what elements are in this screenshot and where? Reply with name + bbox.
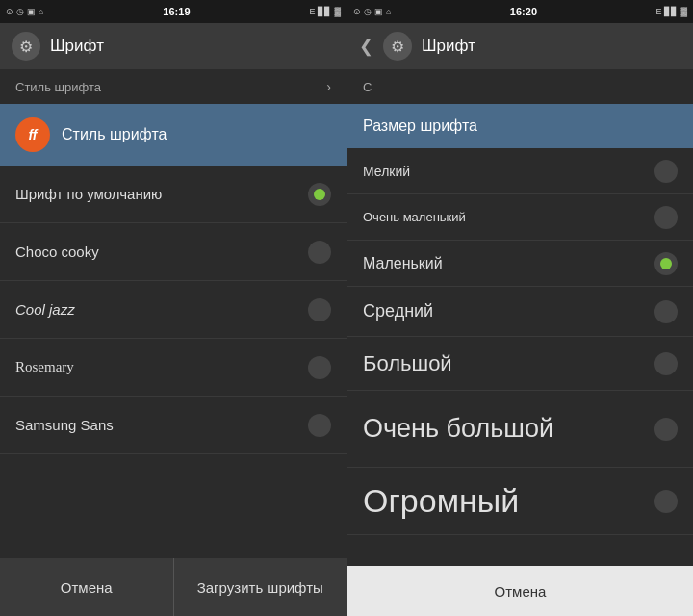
signal-icon: E (309, 7, 315, 16)
alarm-icon-r: ◷ (364, 7, 372, 16)
size-label-xlarge: Очень большой (363, 413, 553, 444)
load-fonts-button[interactable]: Загрузить шрифты (174, 558, 347, 616)
radio-small[interactable] (654, 160, 678, 183)
ff-icon: ff (15, 117, 50, 152)
left-status-icons-right: ⊙ ◷ ▣ ⌂ (353, 7, 391, 16)
gear-icon-left: ⚙ (12, 32, 40, 61)
screenshot-icon-r: ▣ (374, 7, 383, 16)
radio-vsmall[interactable] (654, 206, 678, 229)
gear-icon-right: ⚙ (383, 32, 412, 61)
subtitle-bar-right[interactable]: С (347, 69, 693, 104)
status-time-left: 16:19 (163, 6, 190, 17)
title-left: Шрифт (50, 37, 104, 56)
font-item-choco[interactable]: Choco cooky (0, 223, 346, 281)
font-label-rosemary: Rosemary (15, 359, 74, 375)
radio-large[interactable] (654, 352, 678, 375)
bottom-buttons-left: Отмена Загрузить шрифты (0, 558, 346, 616)
font-item-rosemary[interactable]: Rosemary (0, 339, 346, 397)
notification-icon: ⊙ (6, 7, 13, 16)
size-label-medium-s: Маленький (363, 255, 443, 272)
font-list: Шрифт по умолчанию Choco cooky Cool jazz… (0, 166, 346, 558)
subtitle-label-left: Стиль шрифта (15, 80, 101, 94)
radio-medium-s[interactable] (654, 252, 678, 275)
title-bar-left: ⚙ Шрифт (0, 23, 346, 69)
cancel-button-right[interactable]: Отмена (347, 566, 693, 616)
size-label-large: Большой (363, 351, 452, 376)
radio-cooljazz[interactable] (308, 298, 331, 321)
size-label-small: Мелкий (363, 164, 410, 179)
font-label-samsung: Samsung Sans (15, 417, 114, 433)
font-label-cooljazz: Cool jazz (15, 301, 75, 318)
size-item-vsmall[interactable]: Очень маленький (347, 194, 693, 241)
subtitle-label-right: С (363, 80, 372, 94)
signal-icon-r: E (655, 7, 661, 16)
title-bar-right: ❮ ⚙ Шрифт (347, 23, 693, 69)
radio-choco[interactable] (308, 241, 331, 264)
wifi-icon: ▊▊ (318, 7, 331, 16)
status-bar-right: ⊙ ◷ ▣ ⌂ 16:20 E ▊▊ ▓ (347, 0, 693, 23)
right-status-icons-left: E ▊▊ ▓ (309, 7, 341, 16)
dropdown-header-left[interactable]: ff Стиль шрифта (0, 104, 346, 166)
size-item-huge[interactable]: Огромный (347, 468, 693, 535)
size-list: Мелкий Очень маленький Маленький Средний… (347, 148, 693, 566)
right-status-icons-right: E ▊▊ ▓ (655, 7, 687, 16)
radio-huge[interactable] (654, 490, 678, 513)
alarm-icon: ◷ (16, 7, 24, 16)
left-status-icons: ⊙ ◷ ▣ ⌂ (6, 7, 43, 16)
home-icon-r: ⌂ (386, 7, 391, 16)
cancel-button-left[interactable]: Отмена (0, 558, 174, 616)
radio-samsung[interactable] (308, 414, 331, 437)
font-item-cooljazz[interactable]: Cool jazz (0, 281, 346, 339)
font-item-samsung[interactable]: Samsung Sans (0, 397, 346, 454)
radio-xlarge[interactable] (654, 418, 678, 441)
battery-icon-r: ▓ (680, 7, 687, 16)
font-label-choco: Choco cooky (15, 244, 99, 260)
size-label-medium: Средний (363, 301, 433, 321)
size-label-vsmall: Очень маленький (363, 210, 466, 224)
size-item-small[interactable]: Мелкий (347, 148, 693, 194)
radio-default[interactable] (308, 183, 331, 206)
size-item-large[interactable]: Большой (347, 337, 693, 391)
right-panel: ⊙ ◷ ▣ ⌂ 16:20 E ▊▊ ▓ ❮ ⚙ Шрифт С Размер … (346, 0, 693, 616)
subtitle-bar-left[interactable]: Стиль шрифта › (0, 69, 346, 104)
back-arrow-icon[interactable]: ❮ (359, 36, 373, 57)
dropdown-header-text-left: Стиль шрифта (62, 126, 167, 143)
font-label-default: Шрифт по умолчанию (15, 186, 162, 202)
radio-rosemary[interactable] (308, 356, 331, 379)
size-header-text: Размер шрифта (363, 117, 477, 134)
size-label-huge: Огромный (363, 482, 519, 520)
left-panel: ⊙ ◷ ▣ ⌂ 16:19 E ▊▊ ▓ ⚙ Шрифт Стиль шрифт… (0, 0, 346, 616)
home-icon: ⌂ (38, 7, 43, 16)
size-item-medium-s[interactable]: Маленький (347, 241, 693, 287)
notification-icon-r: ⊙ (353, 7, 361, 16)
title-right: Шрифт (422, 37, 475, 56)
wifi-icon-r: ▊▊ (664, 7, 678, 16)
battery-icon: ▓ (334, 7, 341, 16)
font-item-default[interactable]: Шрифт по умолчанию (0, 166, 346, 223)
status-time-right: 16:20 (510, 6, 537, 17)
status-bar-left: ⊙ ◷ ▣ ⌂ 16:19 E ▊▊ ▓ (0, 0, 346, 23)
screenshot-icon: ▣ (27, 7, 36, 16)
arrow-right-icon-left: › (326, 79, 331, 94)
size-item-medium[interactable]: Средний (347, 287, 693, 337)
radio-medium[interactable] (654, 300, 678, 323)
size-dropdown-header: Размер шрифта (347, 104, 693, 148)
size-item-xlarge[interactable]: Очень большой (347, 391, 693, 468)
